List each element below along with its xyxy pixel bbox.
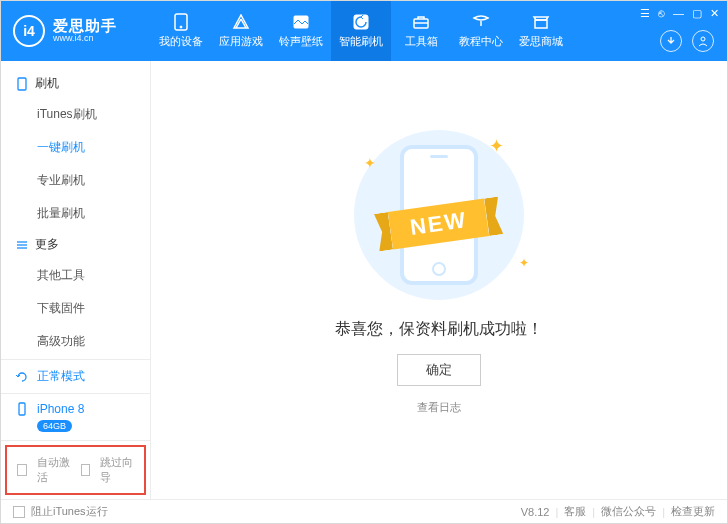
svg-rect-6 <box>535 20 547 28</box>
flash-icon <box>351 13 371 31</box>
group-title: 更多 <box>35 236 59 253</box>
tutorial-icon <box>471 13 491 31</box>
menu-icon[interactable]: ☰ <box>640 7 650 20</box>
block-itunes-label: 阻止iTunes运行 <box>31 504 108 519</box>
support-link[interactable]: 客服 <box>564 504 586 519</box>
store-icon <box>531 13 551 31</box>
skip-wizard-checkbox[interactable] <box>81 464 91 476</box>
apps-icon <box>231 13 251 31</box>
wechat-link[interactable]: 微信公众号 <box>601 504 656 519</box>
phone-icon <box>15 77 29 91</box>
opt-skip-wizard: 跳过向导 <box>100 455 134 485</box>
nav-label: 教程中心 <box>459 34 503 49</box>
success-message: 恭喜您，保资料刷机成功啦！ <box>335 319 543 340</box>
version-label: V8.12 <box>521 506 550 518</box>
nav-label: 工具箱 <box>405 34 438 49</box>
list-icon <box>15 238 29 252</box>
logo-icon: i4 <box>13 15 45 47</box>
maximize-button[interactable]: ▢ <box>692 7 702 20</box>
sidebar-item-advanced[interactable]: 高级功能 <box>1 325 150 358</box>
storage-badge: 64GB <box>37 420 72 432</box>
download-button[interactable] <box>660 30 682 52</box>
star-icon: ✦ <box>364 155 376 171</box>
sidebar-item-pro-flash[interactable]: 专业刷机 <box>1 164 150 197</box>
sidebar: 刷机 iTunes刷机 一键刷机 专业刷机 批量刷机 更多 其他工具 下载固件 … <box>1 61 151 499</box>
block-itunes-checkbox[interactable] <box>13 506 25 518</box>
nav-store[interactable]: 爱思商城 <box>511 1 571 61</box>
sidebar-item-download-fw[interactable]: 下载固件 <box>1 292 150 325</box>
device-name: iPhone 8 <box>37 402 84 416</box>
view-log-link[interactable]: 查看日志 <box>417 400 461 415</box>
status-bar: 阻止iTunes运行 V8.12 | 客服 | 微信公众号 | 检查更新 <box>1 499 727 523</box>
sidebar-group-more: 更多 <box>1 230 150 259</box>
svg-point-1 <box>180 26 182 28</box>
brand-url: www.i4.cn <box>53 34 117 44</box>
sidebar-item-itunes-flash[interactable]: iTunes刷机 <box>1 98 150 131</box>
sidebar-item-batch-flash[interactable]: 批量刷机 <box>1 197 150 230</box>
nav-label: 智能刷机 <box>339 34 383 49</box>
device-mode[interactable]: 正常模式 <box>1 360 150 394</box>
toolbox-icon <box>411 13 431 31</box>
sidebar-item-other-tools[interactable]: 其他工具 <box>1 259 150 292</box>
mode-label: 正常模式 <box>37 368 85 385</box>
check-update-link[interactable]: 检查更新 <box>671 504 715 519</box>
success-illustration: ✦ ✦ ✦ NEW <box>334 125 544 305</box>
main-nav: 我的设备 应用游戏 铃声壁纸 智能刷机 工具箱 教程中心 <box>151 1 640 61</box>
svg-rect-8 <box>18 78 26 90</box>
svg-point-7 <box>701 37 705 41</box>
phone-icon <box>171 13 191 31</box>
wallpaper-icon <box>291 13 311 31</box>
nav-my-device[interactable]: 我的设备 <box>151 1 211 61</box>
nav-toolbox[interactable]: 工具箱 <box>391 1 451 61</box>
app-logo: i4 爱思助手 www.i4.cn <box>1 1 151 61</box>
refresh-icon <box>15 370 29 384</box>
app-header: i4 爱思助手 www.i4.cn 我的设备 应用游戏 铃声壁纸 智能刷机 <box>1 1 727 61</box>
flash-options-highlighted: 自动激活 跳过向导 <box>5 445 146 495</box>
nav-label: 应用游戏 <box>219 34 263 49</box>
star-icon: ✦ <box>489 135 504 157</box>
close-button[interactable]: ✕ <box>710 7 719 20</box>
auto-activate-checkbox[interactable] <box>17 464 27 476</box>
opt-auto-activate: 自动激活 <box>37 455 71 485</box>
brand-name: 爱思助手 <box>53 18 117 35</box>
nav-label: 我的设备 <box>159 34 203 49</box>
nav-flash[interactable]: 智能刷机 <box>331 1 391 61</box>
nav-label: 爱思商城 <box>519 34 563 49</box>
group-title: 刷机 <box>35 75 59 92</box>
svg-rect-12 <box>19 403 25 415</box>
nav-tutorials[interactable]: 教程中心 <box>451 1 511 61</box>
user-button[interactable] <box>692 30 714 52</box>
device-info[interactable]: iPhone 8 64GB <box>1 394 150 441</box>
star-icon: ✦ <box>519 256 529 270</box>
main-content: ✦ ✦ ✦ NEW 恭喜您，保资料刷机成功啦！ 确定 查看日志 <box>151 61 727 499</box>
nav-label: 铃声壁纸 <box>279 34 323 49</box>
nav-ringtones[interactable]: 铃声壁纸 <box>271 1 331 61</box>
sidebar-group-flash: 刷机 <box>1 69 150 98</box>
confirm-button[interactable]: 确定 <box>397 354 481 386</box>
sidebar-item-oneclick-flash[interactable]: 一键刷机 <box>1 131 150 164</box>
lock-icon[interactable]: ⎋ <box>658 7 665 20</box>
minimize-button[interactable]: — <box>673 7 684 20</box>
device-icon <box>15 402 29 416</box>
nav-apps[interactable]: 应用游戏 <box>211 1 271 61</box>
